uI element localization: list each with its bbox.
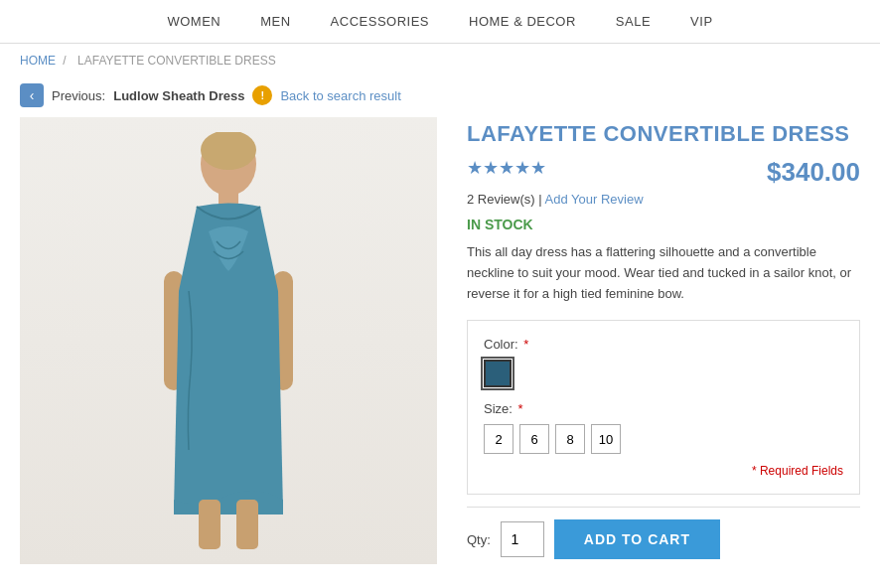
nav-accessories[interactable]: ACCESSORIES [331, 14, 429, 29]
required-fields-note: * Required Fields [484, 464, 843, 478]
add-review-link[interactable]: Add Your Review [545, 192, 644, 207]
back-navigation: ‹ Previous: Ludlow Sheath Dress ! Back t… [0, 77, 880, 117]
add-to-cart-button[interactable]: ADD TO CART [554, 519, 720, 559]
previous-label: Previous: [52, 88, 105, 103]
options-box: Color: * Size: * 2 6 8 10 * Required Fie… [467, 320, 860, 495]
product-image [20, 117, 437, 564]
qty-input[interactable] [501, 521, 544, 557]
product-layout: LAFAYETTE CONVERTIBLE DRESS ★★★★★ $340.0… [0, 117, 880, 564]
back-to-search[interactable]: Back to search result [280, 88, 400, 103]
previous-product-name[interactable]: Ludlow Sheath Dress [113, 88, 244, 103]
reviews-row: 2 Review(s) | Add Your Review [467, 192, 860, 207]
qty-label: Qty: [467, 532, 491, 547]
stock-status: IN STOCK [467, 217, 860, 232]
main-nav: WOMEN MEN ACCESSORIES HOME & DECOR SALE … [0, 0, 880, 44]
svg-rect-5 [199, 500, 220, 549]
breadcrumb: HOME / LAFAYETTE CONVERTIBLE DRESS [0, 44, 880, 77]
warning-icon: ! [252, 85, 272, 105]
size-label-text: Size: [484, 401, 513, 416]
nav-men[interactable]: MEN [260, 14, 290, 29]
color-swatches [484, 360, 843, 387]
size-required-mark: * [518, 401, 523, 416]
color-label-text: Color: [484, 337, 518, 352]
size-options: 2 6 8 10 [484, 424, 843, 454]
star-rating: ★★★★★ [467, 157, 546, 179]
product-details: LAFAYETTE CONVERTIBLE DRESS ★★★★★ $340.0… [467, 117, 860, 564]
cart-row: Qty: ADD TO CART [467, 507, 860, 559]
nav-home-decor[interactable]: HOME & DECOR [469, 14, 576, 29]
breadcrumb-separator: / [63, 54, 66, 68]
nav-women[interactable]: WOMEN [167, 14, 220, 29]
size-label: Size: * [484, 401, 843, 416]
product-price: $340.00 [767, 157, 860, 188]
size-2[interactable]: 2 [484, 424, 513, 454]
product-image-container [20, 117, 437, 564]
size-8[interactable]: 8 [555, 424, 585, 454]
color-required-mark: * [523, 337, 528, 352]
product-title: LAFAYETTE CONVERTIBLE DRESS [467, 121, 860, 147]
product-description: This all day dress has a flattering silh… [467, 242, 860, 304]
svg-rect-6 [236, 500, 258, 549]
size-10[interactable]: 10 [591, 424, 621, 454]
nav-sale[interactable]: SALE [616, 14, 651, 29]
breadcrumb-home[interactable]: HOME [20, 54, 56, 68]
dress-illustration [109, 132, 348, 549]
review-count: 2 Review(s) [467, 192, 535, 207]
color-label: Color: * [484, 337, 843, 352]
color-swatch-teal[interactable] [484, 360, 512, 387]
price-stars-row: ★★★★★ $340.00 [467, 157, 860, 188]
nav-vip[interactable]: VIP [690, 14, 712, 29]
back-button[interactable]: ‹ [20, 83, 44, 107]
size-6[interactable]: 6 [519, 424, 549, 454]
breadcrumb-current: LAFAYETTE CONVERTIBLE DRESS [77, 54, 276, 68]
